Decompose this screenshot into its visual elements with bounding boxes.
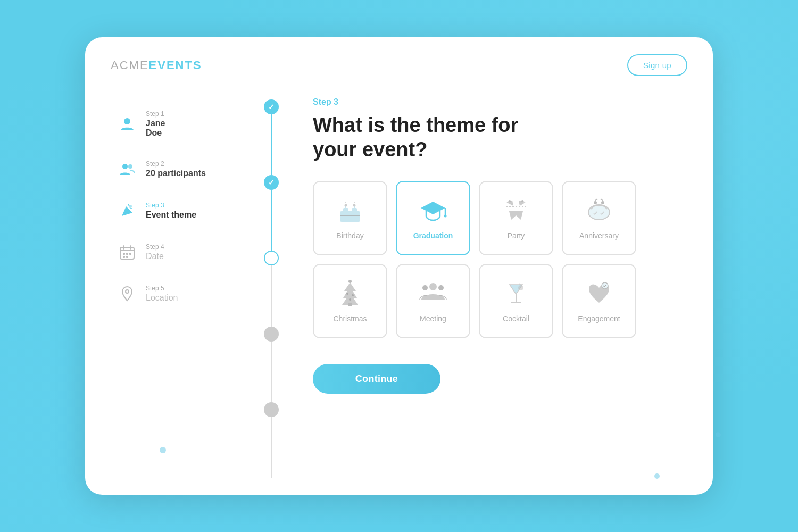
timeline-line-5 (271, 417, 272, 478)
svg-rect-9 (126, 256, 128, 258)
svg-point-29 (348, 280, 352, 283)
svg-point-14 (345, 204, 347, 207)
timeline-line-1 (271, 114, 272, 175)
svg-point-0 (124, 118, 130, 124)
sidebar-item-step4: Step 4 Date (117, 231, 234, 273)
svg-point-27 (352, 294, 354, 296)
sidebar: Step 1 JaneDoe (85, 89, 255, 478)
svg-point-32 (438, 285, 444, 290)
svg-point-35 (518, 285, 523, 290)
theme-anniversary[interactable]: Anniversary (562, 181, 636, 255)
theme-birthday[interactable]: Birthday (313, 181, 387, 255)
timeline-node-1: ✓ (264, 99, 279, 114)
group-icon (117, 159, 137, 179)
step3-label: Step 3 (146, 202, 196, 209)
logo-events: EVENTS (149, 59, 202, 72)
sidebar-item-step2: Step 2 20 participants (117, 148, 234, 190)
party-theme-icon (502, 196, 530, 225)
svg-rect-7 (129, 253, 131, 255)
engagement-label: Engagement (578, 314, 620, 323)
main-card: ACMEEVENTS Sign up Step 1 JaneDoe (85, 37, 713, 495)
continue-button[interactable]: Continue (313, 364, 440, 394)
svg-marker-16 (421, 202, 445, 214)
svg-marker-24 (342, 282, 358, 305)
timeline-line-4 (271, 342, 272, 402)
svg-point-10 (126, 290, 129, 293)
svg-rect-25 (348, 303, 352, 306)
decorative-dot-3 (716, 432, 721, 437)
svg-point-19 (509, 200, 511, 202)
step3-value: Event theme (146, 210, 196, 220)
timeline-line-3 (271, 265, 272, 326)
step2-label: Step 2 (146, 160, 206, 168)
decorative-dot-2 (654, 473, 660, 479)
anniversary-label: Anniversary (579, 231, 619, 240)
meeting-icon (419, 279, 447, 308)
timeline-node-2: ✓ (264, 175, 279, 190)
logo: ACMEEVENTS (111, 59, 202, 72)
svg-rect-5 (123, 253, 125, 255)
christmas-icon (336, 279, 364, 308)
sidebar-item-step5: Step 5 Location (117, 273, 234, 314)
christmas-label: Christmas (333, 314, 367, 323)
timeline: ✓ ✓ (255, 89, 287, 478)
timeline-node-4 (264, 327, 279, 342)
themes-grid: Birthday Graduation (313, 181, 679, 338)
sidebar-item-step3: Step 3 Event theme (117, 190, 234, 231)
graduation-label: Graduation (413, 231, 453, 240)
svg-point-26 (346, 293, 348, 295)
svg-point-30 (429, 283, 437, 290)
svg-rect-6 (126, 253, 128, 255)
svg-point-23 (601, 201, 604, 204)
main-content: Step 3 What is the theme for your event? (287, 89, 713, 478)
anniversary-icon (585, 196, 613, 225)
svg-point-20 (521, 200, 523, 202)
svg-point-2 (128, 164, 132, 169)
party-label: Party (508, 231, 525, 240)
graduation-icon (419, 196, 447, 225)
theme-meeting[interactable]: Meeting (396, 264, 470, 338)
step1-value: JaneDoe (146, 119, 165, 138)
svg-point-15 (353, 204, 356, 207)
theme-party[interactable]: Party (479, 181, 553, 255)
step2-value: 20 participants (146, 169, 206, 178)
party-icon (117, 201, 137, 221)
svg-point-18 (444, 215, 447, 218)
svg-point-28 (349, 298, 351, 301)
card-header: ACMEEVENTS Sign up (85, 37, 713, 89)
svg-rect-12 (343, 208, 348, 212)
birthday-icon (336, 196, 364, 225)
card-body: Step 1 JaneDoe (85, 89, 713, 495)
svg-point-1 (122, 164, 128, 169)
timeline-line-2 (271, 190, 272, 251)
svg-rect-13 (352, 208, 357, 212)
decorative-dot-1 (160, 447, 166, 453)
signup-button[interactable]: Sign up (627, 54, 687, 76)
svg-rect-8 (123, 256, 125, 258)
calendar-icon (117, 242, 137, 262)
cocktail-icon (502, 279, 530, 308)
svg-point-22 (594, 201, 597, 204)
cocktail-label: Cocktail (503, 314, 529, 323)
location-icon (117, 284, 137, 304)
theme-cocktail[interactable]: Cocktail (479, 264, 553, 338)
step4-value: Date (146, 252, 164, 261)
main-title: What is the theme for your event? (313, 113, 679, 162)
step-indicator: Step 3 (313, 97, 679, 107)
theme-engagement[interactable]: Engagement (562, 264, 636, 338)
timeline-node-3 (264, 251, 279, 265)
svg-point-31 (422, 285, 428, 290)
birthday-label: Birthday (336, 231, 363, 240)
svg-rect-11 (340, 211, 360, 222)
timeline-node-5 (264, 402, 279, 417)
sidebar-item-step1: Step 1 JaneDoe (117, 99, 234, 148)
engagement-icon (585, 279, 613, 308)
logo-acme: ACME (111, 59, 149, 72)
meeting-label: Meeting (420, 314, 446, 323)
step5-value: Location (146, 293, 178, 303)
theme-graduation[interactable]: Graduation (396, 181, 470, 255)
step5-label: Step 5 (146, 285, 178, 292)
theme-christmas[interactable]: Christmas (313, 264, 387, 338)
step4-label: Step 4 (146, 243, 164, 251)
svg-point-21 (588, 205, 610, 220)
